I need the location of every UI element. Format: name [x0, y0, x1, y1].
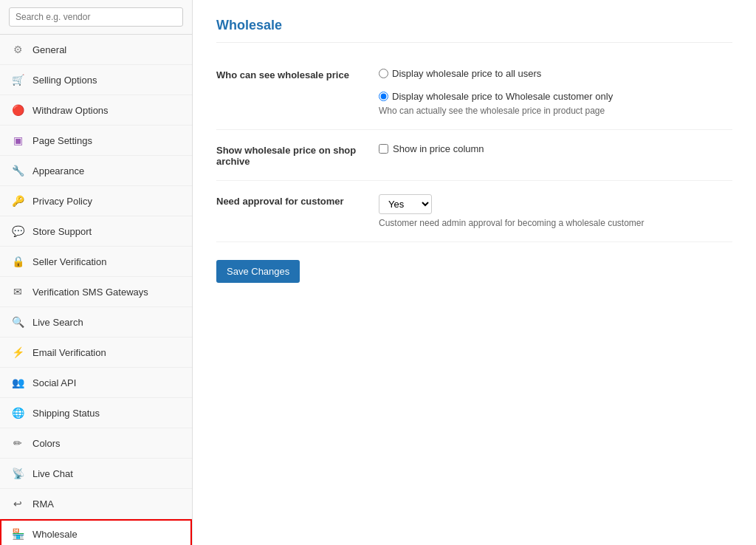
selling-options-icon: 🛒 — [10, 72, 25, 87]
sidebar-item-colors[interactable]: ✏Colors — [0, 428, 192, 459]
sidebar-item-label-general: General — [32, 44, 66, 55]
page-settings-icon: ▣ — [10, 133, 25, 148]
search-input[interactable] — [9, 7, 183, 27]
nav-menu: ⚙General🛒Selling Options🔴Withdraw Option… — [0, 35, 192, 545]
setting-row-show-price: Show wholesale price on shop archiveShow… — [216, 130, 732, 181]
sidebar-item-live-chat[interactable]: 📡Live Chat — [0, 459, 192, 489]
colors-icon: ✏ — [10, 436, 25, 450]
setting-row-need-approval: Need approval for customerYesNoCustomer … — [216, 181, 732, 242]
sidebar-item-rma[interactable]: ↩RMA — [0, 489, 192, 519]
sidebar-item-label-page-settings: Page Settings — [32, 135, 92, 146]
main-content: Wholesale Who can see wholesale priceDis… — [193, 0, 756, 545]
setting-label-who-can-see: Who can see wholesale price — [216, 68, 379, 80]
rma-icon: ↩ — [10, 496, 25, 511]
page-title: Wholesale — [216, 18, 732, 43]
sidebar-item-label-live-search: Live Search — [32, 317, 83, 328]
setting-hint-need-approval: Customer need admin approval for becomin… — [379, 218, 732, 228]
sidebar-item-label-rma: RMA — [32, 498, 54, 510]
radio-label-who-can-see-0: Display wholesale price to all users — [392, 68, 541, 79]
wholesale-icon: 🏪 — [10, 527, 25, 541]
radio-label-who-can-see-1: Display wholesale price to Wholesale cus… — [392, 91, 613, 102]
sidebar-item-label-email-verification: Email Verification — [32, 347, 106, 358]
sidebar-item-general[interactable]: ⚙General — [0, 35, 192, 65]
sidebar: ⚙General🛒Selling Options🔴Withdraw Option… — [0, 0, 193, 545]
sidebar-item-seller-verification[interactable]: 🔒Seller Verification — [0, 247, 192, 277]
sidebar-item-label-live-chat: Live Chat — [32, 468, 73, 479]
settings-container: Who can see wholesale priceDisplay whole… — [216, 55, 732, 242]
sidebar-item-label-selling-options: Selling Options — [32, 75, 97, 86]
checkbox-label-show-price: Show in price column — [393, 143, 484, 154]
shipping-status-icon: 🌐 — [10, 405, 25, 420]
sidebar-item-wholesale[interactable]: 🏪Wholesale — [0, 519, 192, 545]
sidebar-item-privacy-policy[interactable]: 🔑Privacy Policy — [0, 186, 192, 216]
sidebar-item-label-privacy-policy: Privacy Policy — [32, 196, 92, 207]
sidebar-item-label-verification-sms: Verification SMS Gateways — [32, 287, 148, 298]
search-box — [0, 0, 192, 35]
radio-input-who-can-see-1[interactable] — [379, 92, 388, 101]
sidebar-item-label-social-api: Social API — [32, 377, 76, 388]
sidebar-item-label-appearance: Appearance — [32, 165, 84, 176]
sidebar-item-label-store-support: Store Support — [32, 226, 92, 237]
setting-label-need-approval: Need approval for customer — [216, 194, 379, 207]
verification-sms-icon: ✉ — [10, 284, 25, 299]
social-api-icon: 👥 — [10, 375, 25, 390]
appearance-icon: 🔧 — [10, 163, 25, 178]
sidebar-item-shipping-status[interactable]: 🌐Shipping Status — [0, 398, 192, 428]
checkbox-group-show-price: Show in price column — [379, 143, 732, 154]
checkbox-input-show-price[interactable] — [379, 144, 388, 154]
seller-verification-icon: 🔒 — [10, 254, 25, 269]
radio-input-who-can-see-0[interactable] — [379, 69, 388, 78]
sidebar-item-email-verification[interactable]: ⚡Email Verification — [0, 337, 192, 368]
setting-control-show-price: Show in price column — [379, 143, 732, 154]
live-search-icon: 🔍 — [10, 315, 25, 329]
select-need-approval[interactable]: YesNo — [379, 194, 432, 214]
sidebar-item-withdraw-options[interactable]: 🔴Withdraw Options — [0, 95, 192, 126]
radio-option-who-can-see-1[interactable]: Display wholesale price to Wholesale cus… — [379, 91, 613, 102]
save-button[interactable]: Save Changes — [216, 260, 300, 283]
setting-row-who-can-see: Who can see wholesale priceDisplay whole… — [216, 55, 732, 130]
general-icon: ⚙ — [10, 42, 25, 57]
sidebar-item-store-support[interactable]: 💬Store Support — [0, 216, 192, 247]
store-support-icon: 💬 — [10, 224, 25, 239]
setting-hint-who-can-see: Who can actually see the wholesale price… — [379, 106, 732, 116]
sidebar-item-label-withdraw-options: Withdraw Options — [32, 105, 109, 116]
setting-control-need-approval: YesNoCustomer need admin approval for be… — [379, 194, 732, 228]
sidebar-item-label-shipping-status: Shipping Status — [32, 408, 100, 419]
setting-label-show-price: Show wholesale price on shop archive — [216, 143, 379, 167]
sidebar-item-label-colors: Colors — [32, 438, 61, 449]
sidebar-item-social-api[interactable]: 👥Social API — [0, 368, 192, 398]
radio-group-who-can-see: Display wholesale price to all usersDisp… — [379, 68, 732, 102]
setting-control-who-can-see: Display wholesale price to all usersDisp… — [379, 68, 732, 116]
sidebar-item-selling-options[interactable]: 🛒Selling Options — [0, 65, 192, 95]
sidebar-item-page-settings[interactable]: ▣Page Settings — [0, 126, 192, 156]
radio-option-who-can-see-0[interactable]: Display wholesale price to all users — [379, 68, 541, 79]
sidebar-item-label-wholesale: Wholesale — [32, 529, 78, 540]
sidebar-item-appearance[interactable]: 🔧Appearance — [0, 156, 192, 186]
withdraw-options-icon: 🔴 — [10, 103, 25, 117]
email-verification-icon: ⚡ — [10, 345, 25, 360]
sidebar-item-verification-sms[interactable]: ✉Verification SMS Gateways — [0, 277, 192, 307]
sidebar-item-label-seller-verification: Seller Verification — [32, 256, 106, 267]
sidebar-item-live-search[interactable]: 🔍Live Search — [0, 307, 192, 337]
live-chat-icon: 📡 — [10, 466, 25, 481]
privacy-policy-icon: 🔑 — [10, 193, 25, 208]
